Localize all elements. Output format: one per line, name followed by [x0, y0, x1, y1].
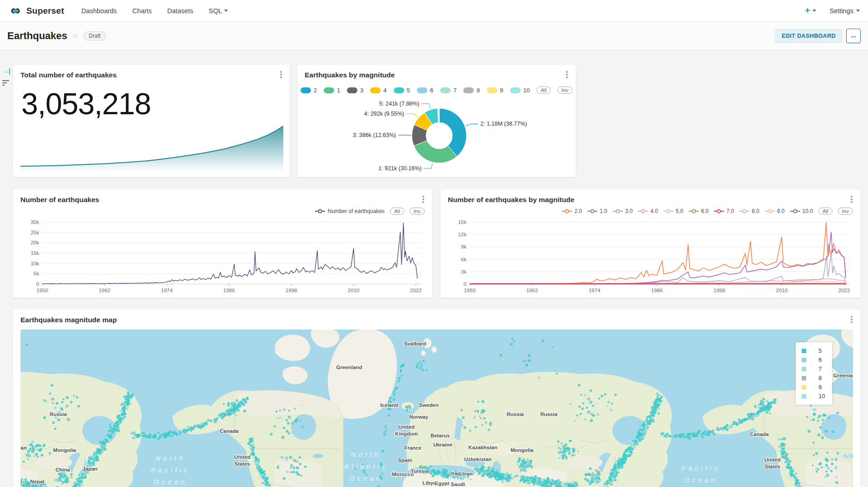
- legend-item-1.0[interactable]: 1.0: [587, 208, 607, 214]
- ocean-label: Pacific: [151, 466, 190, 474]
- line-chart[interactable]: 05k10k15k20k25k30k1950196219741986199820…: [20, 219, 426, 295]
- place-label: Sweden: [419, 402, 438, 408]
- svg-text:2022: 2022: [410, 288, 422, 293]
- page-title: Earthquakes: [7, 30, 67, 42]
- legend-label: 3.0: [625, 208, 633, 214]
- svg-text:5k: 5k: [34, 271, 39, 276]
- legend-label: 7: [818, 365, 827, 372]
- place-label: China: [55, 467, 70, 472]
- expand-filter-bar-icon[interactable]: →|: [2, 67, 10, 75]
- new-menu-button[interactable]: +: [805, 5, 816, 16]
- place-label: Saudi: [451, 482, 465, 487]
- nav-item-dashboards[interactable]: Dashboards: [81, 7, 117, 15]
- legend-item-6[interactable]: 6: [417, 87, 433, 94]
- legend-swatch: [347, 87, 357, 93]
- ocean-label: North: [156, 454, 186, 462]
- legend-item-2.0[interactable]: 2.0: [562, 208, 582, 214]
- legend-swatch: [802, 376, 806, 380]
- legend-item-2[interactable]: 2: [301, 87, 317, 94]
- legend-label: 6: [818, 356, 827, 363]
- map-legend-item-8: 8: [802, 375, 827, 381]
- svg-text:25k: 25k: [30, 230, 39, 235]
- ocean-label: Atlantic: [844, 463, 853, 471]
- map-legend-item-6: 6: [802, 356, 827, 363]
- legend-label: 10: [523, 87, 530, 94]
- chart-kebab-menu-icon[interactable]: [848, 316, 855, 325]
- legend-item-5[interactable]: 5: [394, 87, 410, 94]
- legend-all-button[interactable]: All: [818, 208, 833, 215]
- legend-item-3[interactable]: 3: [347, 87, 363, 94]
- legend-swatch: [510, 87, 521, 93]
- svg-text:15k: 15k: [458, 219, 467, 225]
- nav-item-datasets[interactable]: Datasets: [167, 7, 193, 15]
- legend-label: 6.0: [701, 208, 709, 214]
- legend-item-7.0[interactable]: 7.0: [714, 208, 734, 214]
- settings-menu[interactable]: Settings: [830, 7, 860, 15]
- legend-label: 9: [818, 384, 827, 391]
- legend-label: 9: [500, 87, 503, 94]
- place-label: Japan: [82, 466, 97, 472]
- legend-item-9.0[interactable]: 9.0: [765, 208, 785, 214]
- legend-item-1[interactable]: 1: [324, 87, 340, 94]
- legend-inv-button[interactable]: Inv: [838, 208, 853, 215]
- legend-label: 1.0: [600, 208, 607, 214]
- edit-dashboard-button[interactable]: EDIT DASHBOARD: [775, 29, 843, 43]
- place-label: United: [398, 424, 415, 430]
- place-label: Kazakhstan: [20, 445, 27, 451]
- dashboard-more-button[interactable]: ...: [846, 29, 861, 43]
- map-legend: 5 6 7 8 9 10: [796, 342, 832, 405]
- chart-kebab-menu-icon[interactable]: [564, 71, 570, 80]
- legend-item-4.0[interactable]: 4.0: [638, 208, 658, 214]
- nav-item-sql[interactable]: SQL: [209, 7, 228, 15]
- series-marker-icon: [689, 209, 699, 213]
- place-label: Belarus: [431, 433, 450, 438]
- series-marker-icon: [790, 209, 800, 213]
- legend-item-4[interactable]: 4: [370, 87, 386, 94]
- series-marker-icon: [739, 209, 749, 213]
- favorite-star-icon[interactable]: ☆: [72, 31, 79, 41]
- legend-inv-button[interactable]: Inv: [557, 86, 572, 94]
- svg-text:1986: 1986: [223, 288, 235, 293]
- legend-item-9[interactable]: 9: [487, 87, 503, 94]
- multi-line-chart[interactable]: 03k6k9k12k15k195019621974198619982010202…: [448, 219, 854, 295]
- map-legend-item-9: 9: [802, 384, 827, 391]
- legend-all-button[interactable]: All: [390, 208, 404, 215]
- legend-item-6.0[interactable]: 6.0: [689, 208, 709, 214]
- legend-swatch: [301, 87, 311, 93]
- place-label: Greenland: [833, 373, 853, 378]
- nav-item-charts[interactable]: Charts: [132, 7, 152, 15]
- place-label: Ukraine: [433, 442, 452, 447]
- legend-item-8.0[interactable]: 8.0: [739, 208, 759, 214]
- legend-label: 5: [818, 347, 827, 354]
- world-map[interactable]: NorthPacificOceanNorthAtlanticOceanPacif…: [20, 330, 853, 487]
- chart-kebab-menu-icon[interactable]: [848, 196, 855, 205]
- legend-item-3.0[interactable]: 3.0: [613, 208, 633, 214]
- place-label: Tunisia: [411, 468, 429, 474]
- line-chart-legend: 2.0 1.0 3.0 4.0 5.0 6.0 7.0 8.0: [562, 208, 853, 215]
- legend-item-5.0[interactable]: 5.0: [663, 208, 683, 214]
- infinity-logo-icon: [8, 6, 23, 15]
- big-number-value: 3,053,218: [21, 86, 151, 121]
- legend-item-10.0[interactable]: 10.0: [790, 208, 813, 214]
- svg-text:30k: 30k: [30, 219, 39, 225]
- legend-inv-button[interactable]: Inv: [410, 208, 425, 215]
- chart-kebab-menu-icon[interactable]: [420, 196, 426, 205]
- legend-label: 8: [818, 375, 827, 381]
- legend-item-number-of-earthquakes[interactable]: Number of earthquakes: [315, 208, 384, 214]
- legend-item-8[interactable]: 8: [463, 87, 480, 94]
- superset-logo[interactable]: Superset: [8, 6, 64, 16]
- place-label: States: [765, 464, 781, 469]
- svg-text:1950: 1950: [464, 288, 476, 293]
- filter-icon[interactable]: [2, 80, 9, 87]
- legend-item-10[interactable]: 10: [510, 87, 530, 94]
- donut-chart[interactable]: 2: 1.18M (38.77%)1: 921k (30.16%)3: 386k…: [305, 99, 569, 175]
- legend-all-button[interactable]: All: [537, 86, 551, 94]
- svg-text:1974: 1974: [589, 288, 601, 293]
- chart-kebab-menu-icon[interactable]: [278, 71, 284, 80]
- place-label: Greenland: [336, 365, 362, 370]
- legend-swatch: [440, 87, 451, 93]
- map-legend-item-10: 10: [802, 393, 827, 400]
- place-label: Spain: [398, 457, 412, 463]
- legend-item-7[interactable]: 7: [440, 87, 457, 94]
- svg-text:1998: 1998: [713, 288, 725, 293]
